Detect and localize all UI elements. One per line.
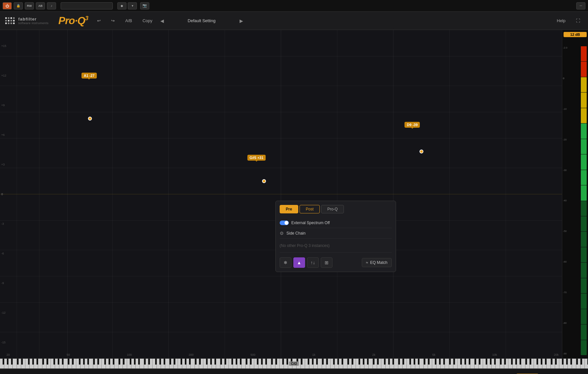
analyzer-popup: Pre Post Pro-Q External Spectrum Off ⚙ S… [275,201,396,272]
eq-node-n1[interactable] [88,117,92,121]
external-spectrum-label: External Spectrum Off [291,221,330,225]
no-instances-row: (No other Pro-Q 3 instances) [280,239,392,253]
main-area: A1 -27 G#5 +31 D9 -39 +15 +12 +9 +6 +3 0… [0,30,588,358]
help-button[interactable]: Help [554,17,568,24]
logo-grid [5,17,15,24]
copy-button[interactable]: Copy [140,17,155,24]
rw-button[interactable]: RW [25,2,34,9]
header-right: Help ⛶ [554,17,583,24]
analyzer-tab-pre[interactable]: Pre [280,205,298,213]
freq-labels: 20 50 100 200 500 1k 2k 5k 10k 20k [7,353,559,356]
piano-strip[interactable]: // This will be rendered statically C#2 [0,358,588,369]
gain-indicator: 12 dB [564,32,587,37]
next-preset-button[interactable]: ▶ [240,18,243,23]
fullscreen-button[interactable]: ⛶ [573,17,583,24]
analyzer-tabs: Pre Post Pro-Q [280,205,392,213]
eq-node-n3[interactable] [419,150,423,153]
redo-button[interactable]: ↪ [109,17,117,24]
db-scale-left: +15 +12 +9 +6 +3 0 -3 -6 -9 -12 -15 [1,30,6,358]
product-logo: Pro·Q3 [58,15,88,27]
power-button[interactable]: ⏻ [3,2,12,9]
eq-match-label: EQ Match [370,260,387,265]
popup-toolbar: ❄ ▲ ↑↓ ⊞ ≈ EQ Match [280,257,392,268]
note-button[interactable]: ♪ [47,2,56,9]
title-input[interactable] [61,2,113,9]
undo-button[interactable]: ↩ [95,17,103,24]
eq-canvas[interactable]: A1 -27 G#5 +31 D9 -39 +15 +12 +9 +6 +3 0… [0,30,562,358]
logo-area: fabfilter software instruments [5,17,49,25]
snowflake-icon: ❄ [284,260,287,265]
grid-icon: ⊞ [325,260,329,265]
eq-grid-svg [0,30,562,358]
brand-text: fabfilter software instruments [18,17,49,25]
no-instances-text: (No other Pro-Q 3 instances) [280,241,330,250]
header: fabfilter software instruments Pro·Q3 ↩ … [0,12,588,30]
arrow-down-btn[interactable]: ▾ [128,2,137,9]
external-spectrum-row: External Spectrum Off [280,218,392,228]
sidechain-icon: ⚙ [280,231,284,236]
sidechain-row: ⚙ Side Chain [280,228,392,239]
vu-bar [581,46,587,355]
ab-button[interactable]: AB [36,2,45,9]
ab-toggle[interactable]: A/B [123,17,135,24]
analyzer-tab-post[interactable]: Post [300,205,320,213]
prev-preset-button[interactable]: ◀ [160,18,164,23]
top-bar: ⏻ 🔒 RW AB ♪ ◆ ▾ 📷 ─ [0,0,588,12]
eq-match-icon: ≈ [366,260,368,265]
eq-node-n2[interactable] [262,179,266,183]
preset-name: Default Setting [169,18,234,23]
freeze-button[interactable]: ❄ [280,257,291,268]
arrow-up-btn[interactable]: ◆ [117,2,126,9]
sidechain-label: Side Chain [287,231,306,236]
bottom-bar: MIDI Learn ▾ Zero Latency Analyzer: Pre+… [0,369,588,374]
wave-icon: ▲ [297,260,301,265]
eq-match-button[interactable]: ≈ EQ Match [362,258,392,267]
grid-button[interactable]: ⊞ [321,257,332,268]
external-spectrum-toggle[interactable] [280,221,289,225]
arrows-button[interactable]: ↑↓ [307,257,319,268]
arrows-icon: ↑↓ [311,260,315,265]
lock-button[interactable]: 🔒 [14,2,23,9]
piano-note-label: C#2 [289,362,299,366]
minimize-button[interactable]: ─ [576,2,585,9]
camera-button[interactable]: 📷 [140,2,149,9]
analyzer-tab-proq[interactable]: Pro-Q [321,205,344,213]
vu-meter-area: 12 dB -2.0 0 -10 -20 -30 -40 -50 -60 -70… [562,30,588,358]
wave-button[interactable]: ▲ [293,257,305,268]
vu-scale-labels: -2.0 0 -10 -20 -30 -40 -50 -60 -70 -80 -… [563,46,567,355]
header-controls: ↩ ↪ A/B Copy ◀ Default Setting ▶ [95,17,243,24]
top-bar-right: ─ [576,2,585,9]
